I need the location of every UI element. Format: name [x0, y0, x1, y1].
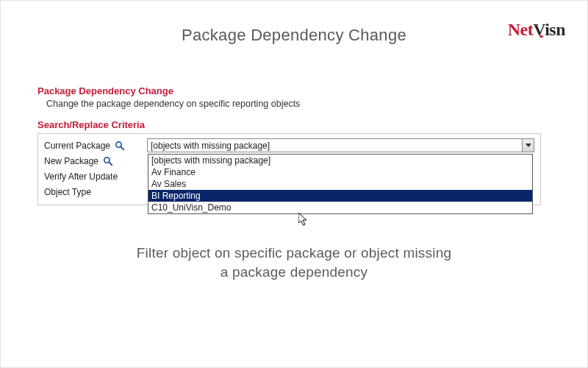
footer-line2: a package dependency [1, 263, 587, 282]
current-package-row: Current Package [objects with missing pa… [44, 138, 534, 153]
logo: NetVisn [508, 20, 565, 40]
current-package-select[interactable]: [objects with missing package] [147, 138, 534, 152]
section-subtitle: Change the package dependency on specifi… [46, 99, 551, 109]
footer-line1: Filter object on specific package or obj… [1, 244, 587, 263]
dropdown-option[interactable]: Av Finance [148, 166, 532, 178]
verify-after-update-label: Verify After Update [44, 171, 118, 182]
current-package-label: Current Package [44, 141, 110, 151]
current-package-dropdown[interactable]: [objects with missing package] Av Financ… [148, 154, 533, 214]
page-title: Package Dependency Change [1, 26, 587, 45]
svg-marker-5 [298, 213, 306, 225]
cursor-icon [298, 213, 310, 227]
dropdown-option[interactable]: C10_UniVisn_Demo [148, 202, 532, 213]
svg-marker-2 [526, 144, 531, 147]
dropdown-option-highlighted[interactable]: BI Reporting [148, 190, 532, 202]
logo-part2: Visn [533, 20, 565, 39]
search-icon[interactable] [115, 141, 125, 151]
criteria-panel: Current Package [objects with missing pa… [37, 133, 541, 205]
logo-part1: Net [508, 20, 533, 39]
logo-accent [539, 35, 543, 38]
svg-line-4 [109, 162, 112, 165]
current-package-value: [objects with missing package] [148, 141, 270, 151]
section-title: Package Dependency Change [37, 85, 551, 96]
search-icon[interactable] [103, 156, 113, 166]
footer-caption: Filter object on specific package or obj… [1, 244, 587, 281]
chevron-down-icon[interactable] [522, 139, 534, 152]
object-type-label: Object Type [44, 187, 91, 197]
dropdown-option[interactable]: Av Sales [148, 178, 532, 190]
svg-line-1 [121, 146, 123, 149]
dropdown-option[interactable]: [objects with missing package] [148, 155, 532, 166]
new-package-label: New Package [44, 156, 98, 166]
criteria-title: Search/Replace Criteria [37, 119, 551, 130]
